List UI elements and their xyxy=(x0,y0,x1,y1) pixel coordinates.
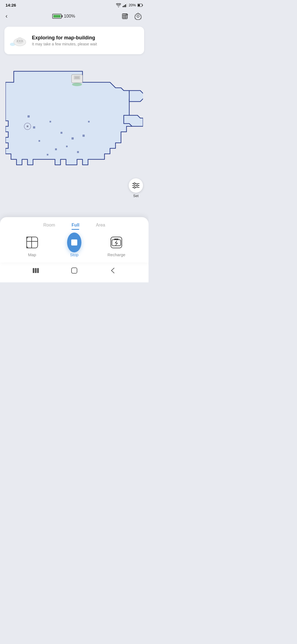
svg-rect-52 xyxy=(33,268,34,273)
svg-marker-8 xyxy=(134,13,142,20)
svg-rect-2 xyxy=(125,4,126,7)
svg-point-35 xyxy=(72,83,82,86)
recharge-icon xyxy=(110,236,122,249)
info-subtitle: It may take a few minutes, please wait xyxy=(32,42,97,46)
svg-point-13 xyxy=(17,40,18,42)
battery-percent-header: 100% xyxy=(64,14,75,19)
map-container[interactable]: Set xyxy=(0,58,148,217)
svg-rect-24 xyxy=(38,140,40,142)
recharge-label: Recharge xyxy=(108,252,125,257)
stop-label: Stop xyxy=(70,252,79,257)
recharge-button[interactable]: Recharge xyxy=(105,235,127,257)
filter-icon xyxy=(132,182,139,189)
svg-rect-26 xyxy=(66,146,68,147)
svg-point-9 xyxy=(137,15,139,17)
svg-point-44 xyxy=(134,187,135,188)
svg-rect-54 xyxy=(37,268,39,273)
export-button[interactable] xyxy=(120,11,130,21)
map-svg xyxy=(6,66,143,209)
map-icon xyxy=(26,236,38,249)
bottom-panel: Room Full Area Map Stop xyxy=(0,217,148,263)
svg-point-15 xyxy=(21,40,23,42)
svg-rect-1 xyxy=(124,5,125,7)
set-button-wrap[interactable]: Set xyxy=(129,178,143,198)
svg-rect-45 xyxy=(27,237,38,248)
back-nav-button[interactable] xyxy=(109,266,117,275)
action-buttons: Map Stop Rechar xyxy=(6,235,143,263)
svg-rect-27 xyxy=(82,135,85,137)
svg-rect-30 xyxy=(28,115,30,118)
info-card: Exploring for map-building It may take a… xyxy=(4,27,144,54)
set-button[interactable] xyxy=(129,178,143,193)
header: ‹ 100% xyxy=(0,9,148,23)
stop-circle xyxy=(67,233,81,252)
recent-apps-icon xyxy=(33,268,39,273)
svg-marker-17 xyxy=(6,71,132,165)
wifi-icon xyxy=(116,3,121,7)
svg-rect-46 xyxy=(27,237,32,248)
svg-rect-31 xyxy=(88,121,90,122)
svg-point-14 xyxy=(19,40,20,42)
svg-rect-55 xyxy=(72,268,77,273)
signal-icon xyxy=(123,3,127,7)
svg-rect-28 xyxy=(47,154,48,155)
svg-rect-21 xyxy=(50,121,51,122)
battery-indicator: 100% xyxy=(52,14,75,19)
home-button[interactable] xyxy=(70,266,78,275)
tab-full[interactable]: Full xyxy=(72,223,79,230)
tab-area[interactable]: Area xyxy=(96,223,105,230)
svg-rect-53 xyxy=(35,268,37,273)
svg-rect-6 xyxy=(142,5,143,6)
header-actions xyxy=(120,11,143,21)
svg-rect-5 xyxy=(138,4,140,6)
stop-square-icon xyxy=(71,239,77,245)
svg-rect-23 xyxy=(72,137,74,140)
info-text: Exploring for map-building It may take a… xyxy=(32,35,97,46)
export-icon xyxy=(122,13,128,20)
recent-apps-button[interactable] xyxy=(32,266,40,275)
status-bar: 14:26 20% xyxy=(0,0,148,9)
svg-point-38 xyxy=(27,126,28,127)
tab-room[interactable]: Room xyxy=(43,223,55,230)
info-title: Exploring for map-building xyxy=(32,35,97,41)
stop-button[interactable]: Stop xyxy=(63,235,85,257)
svg-rect-20 xyxy=(33,126,35,129)
robot-icon xyxy=(10,32,28,49)
svg-rect-22 xyxy=(61,132,62,134)
svg-marker-18 xyxy=(129,91,143,102)
home-icon xyxy=(71,268,77,274)
svg-point-43 xyxy=(136,185,138,186)
battery-percent: 20% xyxy=(129,3,136,7)
back-nav-icon xyxy=(111,268,115,274)
settings-button[interactable] xyxy=(133,11,143,21)
status-time: 14:26 xyxy=(6,3,16,7)
back-button[interactable]: ‹ xyxy=(6,13,7,20)
recharge-icon-wrap xyxy=(109,235,123,250)
svg-rect-0 xyxy=(123,6,123,7)
svg-rect-29 xyxy=(77,151,79,153)
status-icons: 20% xyxy=(116,3,143,7)
map-label: Map xyxy=(28,252,36,257)
svg-point-16 xyxy=(18,37,22,40)
stop-icon-wrap xyxy=(67,235,81,250)
set-label: Set xyxy=(133,194,139,198)
battery-status-icon xyxy=(138,4,143,7)
map-button[interactable]: Map xyxy=(21,235,43,257)
svg-rect-3 xyxy=(126,4,127,7)
map-icon-wrap xyxy=(25,235,39,250)
svg-point-42 xyxy=(134,183,135,184)
battery-icon xyxy=(52,14,62,19)
svg-rect-25 xyxy=(55,148,57,150)
gear-icon xyxy=(134,13,142,20)
svg-rect-34 xyxy=(75,77,79,79)
nav-bar xyxy=(0,263,148,282)
tab-bar: Room Full Area xyxy=(6,223,143,230)
